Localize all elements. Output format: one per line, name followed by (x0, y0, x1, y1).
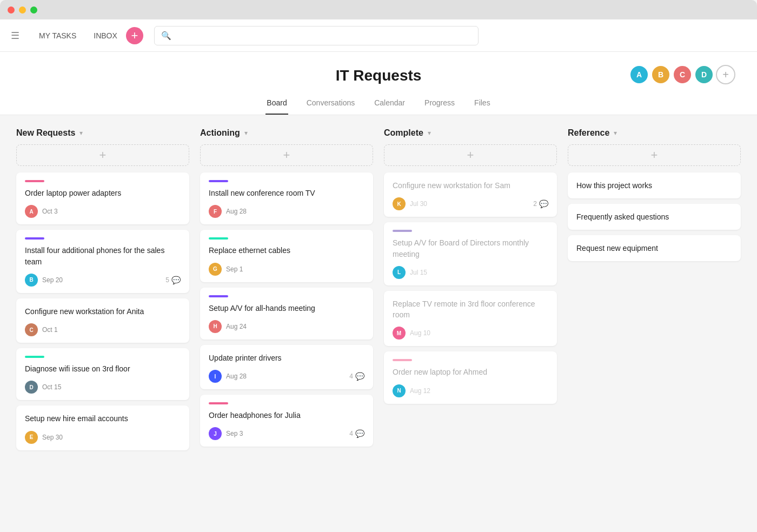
close-button[interactable] (8, 6, 15, 14)
avatar: K (393, 197, 406, 210)
card-headphones-julia[interactable]: Order headphones for Julia J Sep 3 4 💬 (200, 395, 373, 447)
card-date: Aug 10 (410, 329, 430, 337)
avatar[interactable]: C (673, 65, 692, 84)
comment-icon: 💬 (355, 429, 364, 438)
column-reference: Reference ▾ + How this project works Fre… (568, 128, 741, 524)
card-date: Jul 15 (410, 269, 427, 276)
card-title: Replace ethernet cables (209, 245, 364, 256)
avatar[interactable]: D (694, 65, 714, 84)
card-meta: H Aug 24 (209, 320, 364, 333)
maximize-button[interactable] (30, 6, 37, 14)
tab-files[interactable]: Files (473, 93, 492, 115)
avatar[interactable]: B (651, 65, 670, 84)
add-card-reference[interactable]: + (568, 144, 741, 166)
tab-board[interactable]: Board (265, 93, 288, 115)
card-date: Aug 24 (226, 323, 247, 330)
search-bar[interactable]: 🔍 (154, 26, 479, 45)
hamburger-icon[interactable]: ☰ (11, 30, 19, 42)
card-meta: I Aug 28 4 💬 (209, 370, 364, 383)
avatar: I (209, 370, 222, 383)
avatar: D (25, 381, 38, 394)
card-accent (393, 230, 412, 232)
card-workstation-anita[interactable]: Configure new workstation for Anita C Oc… (16, 298, 189, 343)
ref-card-title: Request new equipment (576, 244, 732, 252)
card-date: Sep 20 (42, 276, 63, 284)
chevron-down-icon[interactable]: ▾ (428, 129, 431, 137)
avatar: E (25, 431, 38, 444)
card-wifi-issue[interactable]: Diagnose wifi issue on 3rd floor D Oct 1… (16, 348, 189, 400)
card-accent (25, 356, 44, 358)
card-accent (209, 180, 228, 182)
ref-card-request-equipment[interactable]: Request new equipment (568, 235, 741, 261)
card-title: Update printer drivers (209, 353, 364, 363)
card-meta: D Oct 15 (25, 381, 181, 394)
avatar: A (25, 205, 38, 218)
chevron-down-icon[interactable]: ▾ (614, 129, 617, 137)
card-av-allhands[interactable]: Setup A/V for all-hands meeting H Aug 24 (200, 288, 373, 340)
add-member-button[interactable]: + (716, 65, 735, 84)
comment-count: 4 (349, 430, 353, 437)
card-meta: F Aug 28 (209, 205, 364, 218)
card-workstation-sam[interactable]: Configure new workstation for Sam K Jul … (384, 172, 557, 217)
add-card-new-requests[interactable]: + (16, 144, 189, 166)
ref-card-faq[interactable]: Frequently asked questions (568, 204, 741, 230)
card-date: Jul 30 (410, 200, 427, 208)
card-title: Install four additional phones for the s… (25, 245, 181, 267)
minimize-button[interactable] (19, 6, 26, 14)
card-ethernet-cables[interactable]: Replace ethernet cables G Sep 1 (200, 230, 373, 282)
card-laptop-ahmed[interactable]: Order new laptop for Ahmed N Aug 12 (384, 351, 557, 403)
column-complete: Complete ▾ + Configure new workstation f… (384, 128, 557, 524)
card-date: Sep 30 (42, 434, 63, 441)
tab-calendar[interactable]: Calendar (373, 93, 406, 115)
card-date: Aug 12 (410, 387, 430, 395)
card-title: Order new laptop for Ahmed (393, 367, 548, 377)
card-conference-tv[interactable]: Install new conference room TV F Aug 28 (200, 172, 373, 224)
search-icon: 🔍 (161, 31, 171, 41)
chevron-down-icon[interactable]: ▾ (79, 129, 83, 137)
card-email-accounts[interactable]: Setup new hire email accounts E Sep 30 (16, 405, 189, 450)
card-install-phones[interactable]: Install four additional phones for the s… (16, 230, 189, 293)
card-meta: J Sep 3 4 💬 (209, 427, 364, 440)
tabs: Board Conversations Calendar Progress Fi… (0, 93, 757, 115)
card-meta: E Sep 30 (25, 431, 181, 444)
card-comments: 5 💬 (165, 276, 181, 284)
card-printer-drivers[interactable]: Update printer drivers I Aug 28 4 💬 (200, 345, 373, 389)
column-header-actioning: Actioning ▾ (200, 128, 373, 138)
add-button[interactable]: + (126, 27, 143, 44)
card-meta: G Sep 1 (209, 263, 364, 276)
card-accent (209, 402, 228, 404)
card-title: Order laptop power adapters (25, 188, 181, 198)
avatar: G (209, 263, 222, 276)
my-tasks-nav[interactable]: MY TASKS (30, 31, 85, 40)
card-date: Oct 3 (42, 208, 58, 215)
inbox-nav[interactable]: INBOX (85, 31, 126, 40)
comment-icon: 💬 (171, 276, 181, 284)
card-title: Replace TV remote in 3rd floor conferenc… (393, 298, 548, 321)
card-date: Oct 1 (42, 326, 58, 334)
add-card-complete[interactable]: + (384, 144, 557, 166)
card-title: Configure new workstation for Sam (393, 180, 548, 191)
tab-conversations[interactable]: Conversations (306, 93, 356, 115)
card-tv-remote[interactable]: Replace TV remote in 3rd floor conferenc… (384, 291, 557, 347)
card-title: Diagnose wifi issue on 3rd floor (25, 363, 181, 374)
search-input[interactable] (176, 31, 472, 40)
add-card-actioning[interactable]: + (200, 144, 373, 166)
column-actioning: Actioning ▾ + Install new conference roo… (200, 128, 373, 524)
avatar: N (393, 384, 406, 397)
ref-card-how-project-works[interactable]: How this project works (568, 172, 741, 198)
avatar: B (25, 274, 38, 287)
chevron-down-icon[interactable]: ▾ (244, 129, 248, 137)
card-title: Configure new workstation for Anita (25, 306, 181, 317)
card-meta: C Oct 1 (25, 323, 181, 336)
comment-icon: 💬 (355, 372, 364, 381)
card-date: Oct 15 (42, 383, 61, 391)
avatar[interactable]: A (629, 65, 649, 84)
column-title-reference: Reference (568, 128, 609, 138)
card-meta: B Sep 20 5 💬 (25, 274, 181, 287)
card-order-laptop-adapters[interactable]: Order laptop power adapters A Oct 3 (16, 172, 189, 224)
card-av-board[interactable]: Setup A/V for Board of Directors monthly… (384, 222, 557, 285)
avatar: M (393, 327, 406, 340)
card-meta: L Jul 15 (393, 266, 548, 279)
tab-progress[interactable]: Progress (423, 93, 456, 115)
card-date: Aug 28 (226, 208, 247, 215)
